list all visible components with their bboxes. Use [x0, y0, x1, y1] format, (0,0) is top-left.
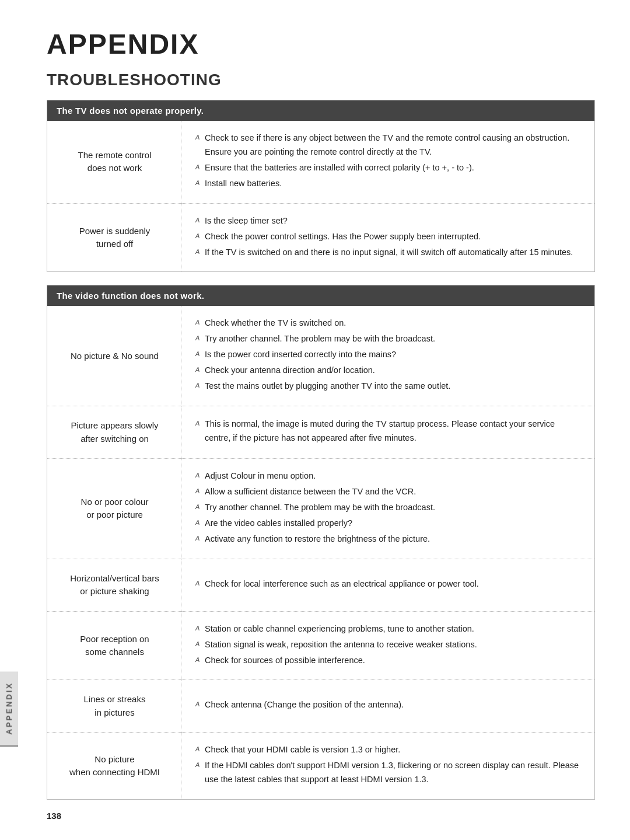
solution-item: Activate any function to restore the bri… — [194, 532, 583, 546]
solution-cell-0-0: Check to see if there is any object betw… — [181, 121, 595, 203]
problem-cell-1-3: Horizontal/vertical barsor picture shaki… — [47, 559, 181, 611]
problem-cell-1-4: Poor reception onsome channels — [47, 611, 181, 680]
solution-item: Adjust Colour in menu option. — [194, 469, 583, 483]
problem-cell-1-6: No picturewhen connecting HDMI — [47, 733, 181, 800]
solution-item: If the HDMI cables don't support HDMI ve… — [194, 759, 583, 787]
solution-item: Check whether the TV is switched on. — [194, 316, 583, 330]
solution-cell-1-1: This is normal, the image is muted durin… — [181, 406, 595, 459]
solution-item: Try another channel. The problem may be … — [194, 501, 583, 515]
solution-item: Allow a sufficient distance between the … — [194, 485, 583, 499]
solution-item: Check antenna (Change the position of th… — [194, 698, 583, 712]
section-header-1: The video function does not work. — [47, 285, 595, 306]
solution-item: Is the power cord inserted correctly int… — [194, 348, 583, 362]
solution-cell-1-2: Adjust Colour in menu option.Allow a suf… — [181, 459, 595, 559]
problem-cell-0-1: Power is suddenlyturned off — [47, 203, 181, 272]
solution-item: Check to see if there is any object betw… — [194, 131, 583, 159]
section-subtitle: TROUBLESHOOTING — [47, 71, 595, 89]
problem-cell-1-0: No picture & No sound — [47, 306, 181, 406]
table-row: Picture appears slowlyafter switching on… — [47, 406, 595, 459]
solution-item: Check your antenna direction and/or loca… — [194, 364, 583, 378]
problem-cell-0-0: The remote controldoes not work — [47, 121, 181, 203]
solution-item: Ensure that the batteries are installed … — [194, 161, 583, 175]
solution-cell-1-0: Check whether the TV is switched on.Try … — [181, 306, 595, 406]
solution-item: Check for local interference such as an … — [194, 577, 583, 591]
problem-cell-1-5: Lines or streaksin pictures — [47, 680, 181, 733]
table-row: Horizontal/vertical barsor picture shaki… — [47, 559, 595, 611]
table-row: The remote controldoes not workCheck to … — [47, 121, 595, 203]
tables-container: The TV does not operate properly.The rem… — [47, 100, 595, 800]
section-table-1: The video function does not work.No pict… — [47, 285, 595, 800]
solution-cell-1-3: Check for local interference such as an … — [181, 559, 595, 611]
solution-item: Are the video cables installed properly? — [194, 517, 583, 531]
table-row: Poor reception onsome channelsStation or… — [47, 611, 595, 680]
table-row: Lines or streaksin picturesCheck antenna… — [47, 680, 595, 733]
solution-item: Check the power control settings. Has th… — [194, 230, 583, 244]
solution-item: Install new batteries. — [194, 177, 583, 191]
problem-cell-1-1: Picture appears slowlyafter switching on — [47, 406, 181, 459]
solution-cell-1-6: Check that your HDMI cable is version 1.… — [181, 733, 595, 800]
table-row: No or poor colouror poor pictureAdjust C… — [47, 459, 595, 559]
solution-cell-1-5: Check antenna (Change the position of th… — [181, 680, 595, 733]
solution-item: Try another channel. The problem may be … — [194, 332, 583, 346]
table-row: Power is suddenlyturned offIs the sleep … — [47, 203, 595, 272]
page-container: APPENDIX TROUBLESHOOTING The TV does not… — [0, 0, 630, 835]
solution-cell-0-1: Is the sleep timer set?Check the power c… — [181, 203, 595, 272]
solution-item: Station signal is weak, reposition the a… — [194, 638, 583, 652]
solution-item: Station or cable channel experiencing pr… — [194, 622, 583, 636]
problem-cell-1-2: No or poor colouror poor picture — [47, 459, 181, 559]
table-row: No picturewhen connecting HDMICheck that… — [47, 733, 595, 800]
page-title: APPENDIX — [47, 28, 595, 60]
solution-item: Check for sources of possible interferen… — [194, 654, 583, 668]
solution-item: Check that your HDMI cable is version 1.… — [194, 743, 583, 757]
section-table-0: The TV does not operate properly.The rem… — [47, 100, 595, 272]
solution-item: Is the sleep timer set? — [194, 214, 583, 228]
side-label: APPENDIX — [0, 671, 18, 747]
solution-item: This is normal, the image is muted durin… — [194, 417, 583, 445]
solution-item: If the TV is switched on and there is no… — [194, 246, 583, 260]
solution-item: Test the mains outlet by plugging anothe… — [194, 379, 583, 393]
section-header-0: The TV does not operate properly. — [47, 100, 595, 121]
table-row: No picture & No soundCheck whether the T… — [47, 306, 595, 406]
solution-cell-1-4: Station or cable channel experiencing pr… — [181, 611, 595, 680]
page-number: 138 — [47, 811, 61, 821]
